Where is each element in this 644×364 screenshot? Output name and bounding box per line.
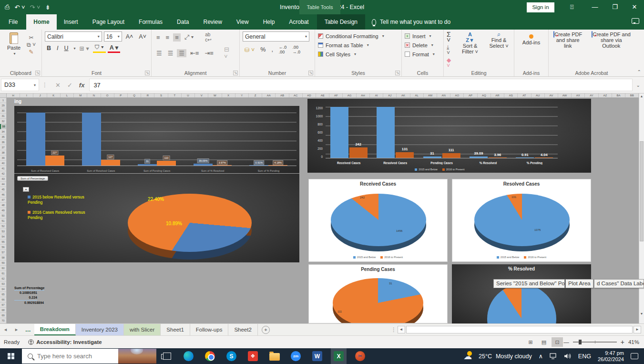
grow-font-icon[interactable]: A˄ [124, 33, 135, 41]
close-button[interactable]: ✕ [625, 0, 644, 14]
column-header[interactable]: T [168, 94, 182, 97]
pie[interactable] [331, 194, 426, 246]
row-headers[interactable]: 1293031323334353637383940414243444546474… [0, 98, 7, 323]
column-header[interactable]: L [61, 94, 74, 97]
page-layout-view-icon[interactable]: ▤ [538, 337, 550, 347]
bar[interactable] [157, 161, 176, 166]
edge-app[interactable] [181, 348, 196, 364]
bar[interactable] [45, 156, 64, 166]
column-header[interactable]: AJ [383, 94, 397, 97]
pie-chart-received[interactable]: Received Cases 242 1456 2015 and Below20… [308, 179, 448, 262]
zoom-slider-thumb[interactable] [579, 340, 582, 344]
more-sheets-icon[interactable]: … [22, 324, 34, 335]
redo-icon[interactable]: ↷ ˅ [30, 4, 41, 11]
tab-page-layout[interactable]: Page Layout [85, 14, 132, 30]
align-top-icon[interactable]: ≡ [154, 33, 162, 42]
row-header[interactable]: 66 [0, 297, 6, 302]
chart-legend[interactable]: 2015 and Below2016 to Present [307, 168, 572, 171]
bar[interactable] [82, 113, 101, 166]
bar[interactable] [349, 147, 368, 158]
chart-legend[interactable]: 2015 below Resolved versus Pending 2016 … [28, 195, 92, 225]
column-header[interactable]: Q [128, 94, 141, 97]
bar[interactable] [26, 113, 45, 166]
addins-button[interactable]: Add-ins [517, 34, 545, 45]
column-header[interactable]: AB [276, 94, 289, 97]
undo-icon[interactable]: ↶ ˅ [14, 4, 25, 11]
skype-app[interactable]: S [224, 348, 239, 364]
tray-chevron-icon[interactable]: ∧ [539, 353, 543, 360]
legend-item[interactable]: 2015 and Below [415, 168, 437, 171]
bar-chart-pivot-left[interactable]: 2271273111039.09%3.97%0.91%4.18% Sum of … [14, 106, 299, 173]
legend-item[interactable]: 2016 Cases Resolved versus Pending [28, 210, 92, 220]
vertical-scrollbar[interactable]: ▲ ▼ [639, 94, 644, 323]
collapse-ribbon-icon[interactable]: ⌃ [637, 69, 641, 74]
pivot-filter-button[interactable]: ▼ [23, 187, 29, 192]
insert-cells-button[interactable]: + Insert▾ [405, 31, 440, 41]
tab-acrobat[interactable]: Acrobat [282, 14, 316, 30]
column-header[interactable]: AV [545, 94, 558, 97]
row-header[interactable]: 52 [0, 224, 6, 229]
styles-dialog-launcher-icon[interactable]: ⇘ [395, 71, 400, 75]
shrink-font-icon[interactable]: A˅ [137, 33, 148, 41]
row-header[interactable]: 40 [0, 161, 6, 166]
start-button[interactable] [0, 348, 22, 364]
row-header[interactable]: 62 [0, 276, 6, 281]
red-app[interactable]: ❖ [245, 348, 261, 364]
sheet-tab-sheet1[interactable]: Sheet1 [161, 324, 190, 335]
pie[interactable] [333, 278, 423, 323]
column-header[interactable]: BB [625, 94, 639, 97]
row-header[interactable]: 43 [0, 177, 6, 182]
h-scroll-right-icon[interactable]: ► [634, 326, 641, 333]
clear-icon[interactable]: ◆ ˅ [447, 57, 453, 69]
column-header[interactable]: BA [612, 94, 625, 97]
row-header[interactable]: 45 [0, 187, 6, 192]
increase-decimal-icon[interactable]: ←.0.00 [277, 44, 289, 55]
borders-icon[interactable]: ⊞ ▾ [78, 44, 91, 52]
row-header[interactable]: 38 [0, 150, 6, 156]
column-header[interactable]: AD [303, 94, 316, 97]
column-header[interactable]: V [195, 94, 208, 97]
bar[interactable] [516, 157, 534, 158]
sheet-tab-with-slicer[interactable]: with Slicer [124, 324, 161, 335]
fill-icon[interactable]: ⤓ ˅ [447, 44, 453, 56]
column-header[interactable]: P [114, 94, 128, 97]
chart-legend[interactable]: 2015 and Below2016 to Present [452, 256, 591, 259]
language-indicator[interactable]: ENG [578, 353, 591, 360]
cancel-icon[interactable]: ✕ [55, 82, 61, 89]
column-header[interactable]: O [101, 94, 114, 97]
row-header[interactable]: 37 [0, 145, 6, 150]
column-header[interactable]: AH [357, 94, 370, 97]
horizontal-scrollbar[interactable] [406, 326, 633, 333]
merge-center-icon[interactable]: ⊟ ˅ [222, 45, 236, 61]
h-scroll-left-icon[interactable]: ◄ [398, 326, 405, 333]
network-icon[interactable] [550, 353, 557, 359]
column-header[interactable]: AT [518, 94, 531, 97]
column-header[interactable]: AC [289, 94, 303, 97]
bar[interactable] [423, 156, 441, 158]
row-header[interactable]: 49 [0, 208, 6, 213]
tab-view[interactable]: View [229, 14, 256, 30]
column-header[interactable]: AZ [599, 94, 612, 97]
format-painter-icon[interactable]: ✎ [29, 49, 33, 55]
row-header[interactable]: 35 [0, 135, 6, 140]
row-header[interactable]: 53 [0, 229, 6, 234]
row-header[interactable]: 30 [0, 108, 6, 114]
bar[interactable] [330, 107, 348, 158]
create-pdf-outlook-button[interactable]: Create PDF and share via Outlook [591, 31, 632, 49]
copy-icon[interactable]: ⧉ ˅ [27, 42, 36, 48]
column-header[interactable]: AI [370, 94, 383, 97]
next-sheet-icon[interactable]: ► [11, 324, 22, 335]
row-header[interactable]: 60 [0, 266, 6, 271]
underline-chevron-icon[interactable]: ▾ [74, 46, 76, 51]
align-right-icon[interactable]: ☰ [177, 49, 186, 57]
row-header[interactable]: 31 [0, 114, 6, 119]
pivot-field-button[interactable]: Sum of Percentage [17, 176, 48, 181]
row-header[interactable]: 58 [0, 255, 6, 260]
customize-qat-icon[interactable]: ⇟ [45, 4, 51, 11]
column-header[interactable]: U [182, 94, 195, 97]
column-header[interactable]: AP [464, 94, 477, 97]
bar[interactable] [470, 156, 488, 158]
paste-button[interactable]: Paste ▾ [3, 31, 25, 56]
orientation-icon[interactable]: ⤢ ▾ [183, 33, 195, 42]
bar[interactable] [138, 164, 157, 166]
